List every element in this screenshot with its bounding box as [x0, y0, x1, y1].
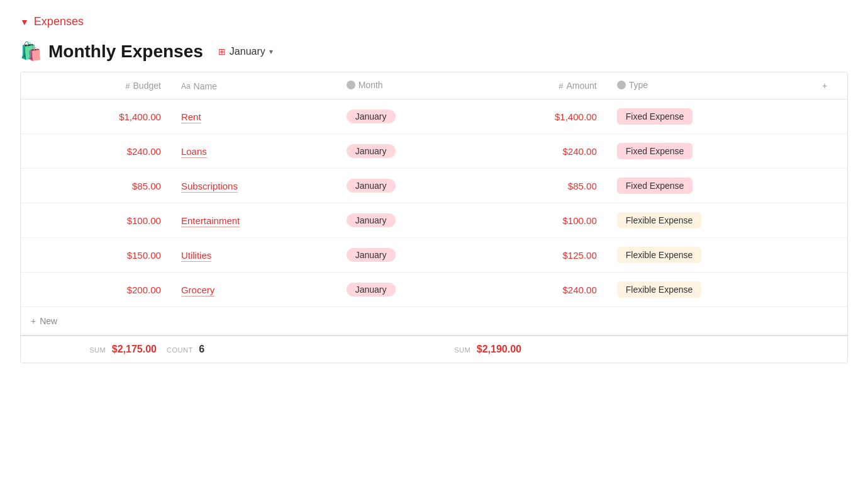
cell-name-5[interactable]: Grocery [171, 273, 337, 307]
cell-name-2[interactable]: Subscriptions [171, 169, 337, 203]
cell-month-0[interactable]: January [337, 99, 457, 134]
cell-month-3[interactable]: January [337, 203, 457, 238]
month-badge-3: January [347, 213, 396, 227]
cell-type-4[interactable]: Flexible Expense [607, 238, 803, 273]
page-header: ▼ Expenses [20, 15, 848, 28]
table-row: $240.00 Loans January $240.00 Fixed Expe… [21, 134, 847, 169]
type-badge-3: Flexible Expense [617, 212, 702, 229]
cell-budget-1[interactable]: $240.00 [21, 134, 171, 169]
type-badge-5: Flexible Expense [617, 281, 702, 298]
cell-budget-5[interactable]: $200.00 [21, 273, 171, 307]
cell-month-4[interactable]: January [337, 238, 457, 273]
month-badge-1: January [347, 144, 396, 158]
cell-name-0[interactable]: Rent [171, 99, 337, 134]
col-header-add[interactable]: + [802, 72, 847, 99]
type-badge-4: Flexible Expense [617, 247, 702, 263]
cell-add-4 [802, 238, 847, 273]
name-link-2[interactable]: Subscriptions [181, 181, 238, 193]
new-row: + New [21, 307, 847, 335]
table-title: 🛍️ Monthly Expenses [20, 41, 203, 62]
month-col-label: Month [359, 80, 383, 90]
table-row: $85.00 Subscriptions January $85.00 Fixe… [21, 169, 847, 203]
footer-amount-value: $2,190.00 [477, 344, 521, 354]
month-badge-2: January [347, 179, 396, 193]
month-badge-0: January [347, 110, 396, 123]
cell-amount-3[interactable]: $100.00 [457, 203, 607, 238]
table-row: $1,400.00 Rent January $1,400.00 Fixed E… [21, 99, 847, 134]
new-row-container: + New [21, 307, 847, 335]
footer-budget-value: $2,175.00 [112, 344, 157, 354]
cell-type-0[interactable]: Fixed Expense [607, 99, 803, 134]
type-badge-1: Fixed Expense [617, 143, 693, 159]
aa-icon: Aa [181, 82, 191, 91]
footer-amount-label: SUM [454, 346, 470, 354]
cell-budget-4[interactable]: $150.00 [21, 238, 171, 273]
type-badge-0: Fixed Expense [617, 108, 693, 125]
cell-amount-2[interactable]: $85.00 [457, 169, 607, 203]
circle-icon-type [617, 81, 626, 89]
col-header-budget[interactable]: # Budget [21, 72, 171, 99]
footer-count-label: COUNT [167, 346, 193, 354]
collapse-triangle-icon[interactable]: ▼ [20, 17, 29, 27]
cell-amount-1[interactable]: $240.00 [457, 134, 607, 169]
cell-name-4[interactable]: Utilities [171, 238, 337, 273]
table-row: $100.00 Entertainment January $100.00 Fl… [21, 203, 847, 238]
page-header-title: Expenses [34, 15, 84, 28]
cell-amount-0[interactable]: $1,400.00 [457, 99, 607, 134]
budget-col-label: Budget [133, 81, 161, 91]
col-header-amount[interactable]: # Amount [457, 72, 607, 99]
month-badge-4: January [347, 248, 396, 262]
footer-budget-label: SUM [89, 346, 106, 354]
name-link-5[interactable]: Grocery [181, 285, 214, 296]
footer-count-value: 6 [199, 344, 204, 354]
table-title-text: Monthly Expenses [48, 42, 203, 62]
month-badge-5: January [347, 283, 396, 296]
title-emoji: 🛍️ [20, 41, 42, 62]
plus-icon: + [31, 316, 36, 326]
cell-budget-3[interactable]: $100.00 [21, 203, 171, 238]
name-link-3[interactable]: Entertainment [181, 215, 240, 227]
filter-label: January [230, 46, 265, 57]
cell-add-5 [802, 273, 847, 307]
type-badge-2: Fixed Expense [617, 178, 693, 194]
cell-add-2 [802, 169, 847, 203]
hash-icon-amount: # [559, 81, 563, 91]
footer-count: COUNT 6 [157, 344, 295, 355]
cell-add-1 [802, 134, 847, 169]
name-link-1[interactable]: Loans [181, 146, 207, 158]
new-row-button[interactable]: + New [31, 316, 57, 326]
cell-name-3[interactable]: Entertainment [171, 203, 337, 238]
cell-month-1[interactable]: January [337, 134, 457, 169]
add-col-icon: + [822, 81, 827, 91]
cell-type-1[interactable]: Fixed Expense [607, 134, 803, 169]
new-label: New [40, 316, 57, 326]
cell-name-1[interactable]: Loans [171, 134, 337, 169]
name-link-4[interactable]: Utilities [181, 250, 211, 262]
footer-budget: SUM $2,175.00 [31, 344, 157, 355]
grid-icon: ⊞ [218, 47, 226, 57]
cell-add-0 [802, 99, 847, 134]
cell-type-2[interactable]: Fixed Expense [607, 169, 803, 203]
name-col-label: Name [194, 81, 217, 91]
table-row: $150.00 Utilities January $125.00 Flexib… [21, 238, 847, 273]
cell-month-2[interactable]: January [337, 169, 457, 203]
amount-col-label: Amount [566, 81, 596, 91]
col-header-name[interactable]: Aa Name [171, 72, 337, 99]
footer-amount: SUM $2,190.00 [396, 344, 521, 355]
filter-button[interactable]: ⊞ January ▾ [213, 43, 278, 60]
cell-add-3 [802, 203, 847, 238]
chevron-down-icon: ▾ [269, 47, 273, 56]
col-header-month[interactable]: Month [337, 72, 457, 99]
cell-budget-0[interactable]: $1,400.00 [21, 99, 171, 134]
cell-amount-4[interactable]: $125.00 [457, 238, 607, 273]
table-header-row: 🛍️ Monthly Expenses ⊞ January ▾ [20, 41, 848, 62]
circle-icon [347, 81, 355, 89]
cell-month-5[interactable]: January [337, 273, 457, 307]
table-row: $200.00 Grocery January $240.00 Flexible… [21, 273, 847, 307]
cell-budget-2[interactable]: $85.00 [21, 169, 171, 203]
cell-type-5[interactable]: Flexible Expense [607, 273, 803, 307]
cell-amount-5[interactable]: $240.00 [457, 273, 607, 307]
cell-type-3[interactable]: Flexible Expense [607, 203, 803, 238]
col-header-type[interactable]: Type [607, 72, 803, 99]
name-link-0[interactable]: Rent [181, 111, 201, 123]
